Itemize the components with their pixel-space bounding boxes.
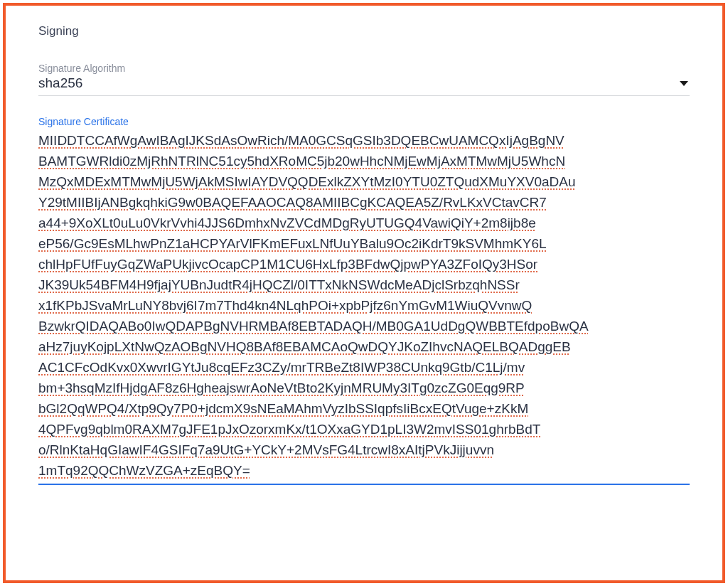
signature-algorithm-value: sha256 [38, 75, 82, 91]
signature-certificate-field: Signature Certificate MIIDDTCCAfWgAwIBAg… [38, 116, 690, 485]
signature-algorithm-field: Signature Algorithm sha256 [38, 63, 690, 96]
section-title: Signing [38, 24, 690, 38]
signature-algorithm-select[interactable]: sha256 [38, 75, 690, 96]
signing-panel: Signing Signature Algorithm sha256 Signa… [3, 3, 725, 583]
signature-algorithm-label: Signature Algorithm [38, 63, 690, 74]
chevron-down-icon [680, 81, 688, 86]
signature-certificate-label: Signature Certificate [38, 116, 690, 127]
signature-certificate-textarea[interactable]: MIIDDTCCAfWgAwIBAgIJKSdAsOwRich/MA0GCSqG… [38, 130, 690, 485]
